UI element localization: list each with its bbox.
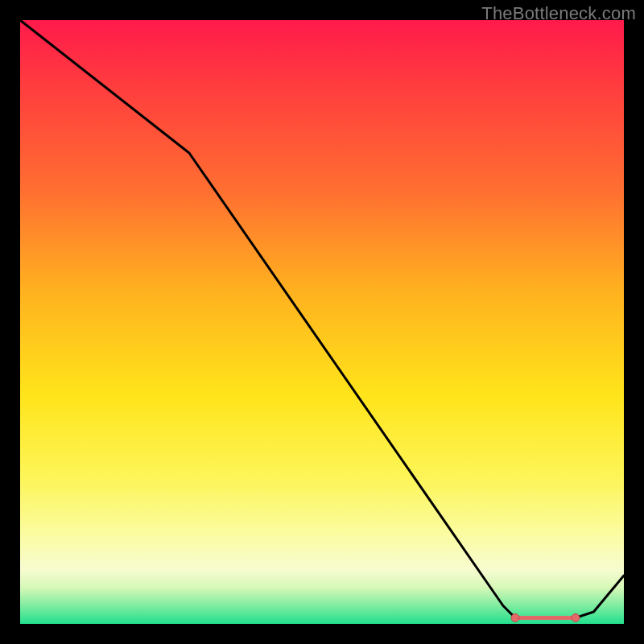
optimum-marker-0 [511, 614, 519, 622]
plot-area [20, 20, 624, 624]
chart-frame: TheBottleneck.com [0, 0, 644, 644]
data-line [20, 20, 624, 618]
curve-layer [20, 20, 624, 624]
watermark-text: TheBottleneck.com [481, 3, 636, 24]
optimum-markers [511, 614, 580, 622]
optimum-marker-1 [572, 614, 580, 622]
